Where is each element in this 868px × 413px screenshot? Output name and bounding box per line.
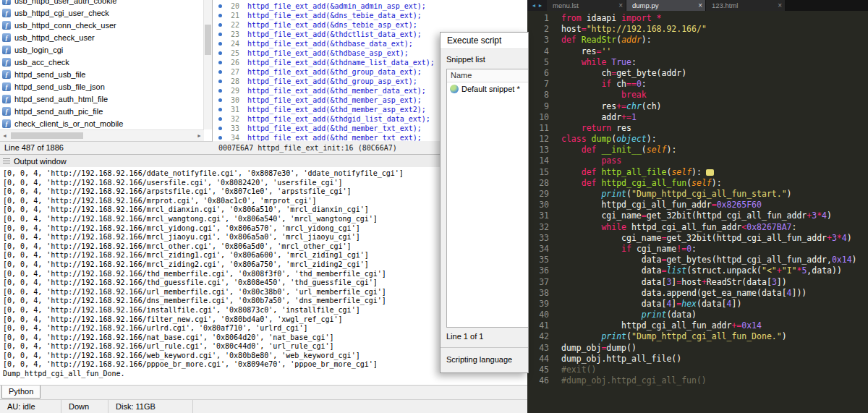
code-line[interactable]: 34 if cgi_name!=0: (527, 244, 868, 255)
code-line[interactable]: 44dump_obj.http_all_file() (527, 354, 868, 365)
breakpoint-dot-icon[interactable] (218, 80, 222, 83)
editor-tab-menu.lst[interactable]: menu.lst× (547, 0, 626, 11)
code-line[interactable]: 41 httpd_cgi_all_fun_addr+=0x14 (527, 320, 868, 331)
breakpoint-dot-icon[interactable] (218, 89, 222, 93)
code-text: while True: (561, 57, 637, 68)
code-line-number: 43 (527, 343, 549, 354)
pseudocode-line[interactable]: 21httpd_file_ext_add(&dns_tebie_data_ext… (213, 11, 527, 20)
code-line[interactable]: 29 print("Dump_httpd_cgi_all_fun_start."… (527, 189, 868, 200)
function-list-item[interactable]: fhttpd_send_usb_file (0, 68, 212, 80)
function-name: usb_httpd_user_auth_cookie (14, 0, 116, 5)
snippet-list-label: Snippet list (446, 55, 528, 64)
function-list-item[interactable]: fhttpd_send_usb_file_json (0, 80, 212, 93)
close-tab-icon[interactable]: × (618, 2, 623, 9)
tab-python[interactable]: Python (1, 386, 41, 399)
ida-window: fusb_httpd_user_auth_cookiefusb_httpd_cg… (0, 0, 527, 413)
close-tab-icon[interactable]: × (778, 2, 782, 9)
functions-vertical-scrollbar[interactable] (203, 0, 212, 129)
code-line-number: 37 (527, 277, 549, 288)
snippet-listbox: Name Default snippet * (446, 69, 529, 328)
breakpoint-dot-icon[interactable] (218, 14, 222, 17)
code-line[interactable]: 1from idaapi import * (527, 13, 868, 24)
function-list-item[interactable]: fusb_httpd_check_user (0, 31, 212, 43)
code-line[interactable]: 37 data[3]=host+ReadStr(data[3]) (527, 277, 868, 288)
code-line[interactable]: 43dump_obj=dump() (527, 343, 868, 354)
code-line[interactable]: 35 data=get_bytes(httpd_cgi_all_fun_addr… (527, 255, 868, 265)
code-line[interactable]: 13 def __init__(self): (527, 145, 868, 156)
code-text: data=list(struct.unpack("<"+"I"*5,data)) (561, 265, 842, 276)
code-text: print("Dump_httpd_cgi_all_fun_Done.") (561, 331, 787, 342)
snippet-column-header[interactable]: Name (447, 69, 529, 82)
code-line[interactable]: 9 res+=chr(ch) (527, 101, 868, 112)
tab-scroll-right-icon[interactable]: ► (538, 3, 543, 8)
snippet-item[interactable]: Default snippet * (447, 82, 529, 95)
function-name: check_client_is_or_not_mobile (14, 119, 123, 128)
breakpoint-dot-icon[interactable] (218, 42, 222, 46)
function-list-item[interactable]: fusb_acc_check (0, 56, 212, 68)
vscrollbar-thumb[interactable] (205, 25, 211, 55)
code-line[interactable]: 30 httpd_cgi_all_fun_addr=0x8265F60 (527, 200, 868, 210)
code-line[interactable]: 46#dump_obj.httpd_cgi_all_fun() (527, 375, 868, 386)
function-list-item[interactable]: fcheck_client_is_or_not_mobile (0, 117, 212, 129)
pseudocode-text: httpd_file_ext_add(&thd_group_asp_ext); (247, 77, 417, 86)
code-text: def http_all_file(self): (561, 167, 714, 178)
code-line[interactable]: 6 ch=get_byte(addr) (527, 68, 868, 79)
dialog-title[interactable]: Execute script (441, 33, 528, 49)
breakpoint-dot-icon[interactable] (218, 23, 222, 27)
function-list-item[interactable]: fusb_httpd_user_auth_cookie (0, 0, 212, 7)
code-line[interactable]: 3def ReadStr(addr): (527, 35, 868, 46)
pseudocode-line[interactable]: 22httpd_file_ext_add(&dns_tebie_asp_ext)… (213, 20, 527, 30)
function-list-item[interactable]: fhttpd_send_auth_html_file (0, 93, 212, 105)
scroll-right-icon[interactable]: ► (195, 133, 204, 138)
code-line[interactable]: 15 def http_all_file(self): (527, 167, 868, 178)
code-line[interactable]: 8 break (527, 90, 868, 101)
code-line[interactable]: 2host="http://192.168.92.166/" (527, 24, 868, 35)
code-text: httpd_cgi_all_fun_addr+=0x14 (561, 320, 762, 331)
code-line[interactable]: 45#exit() (527, 365, 868, 375)
code-line[interactable]: 12class dump(object): (527, 134, 868, 145)
breakpoint-dot-icon[interactable] (218, 98, 222, 102)
code-line[interactable]: 5 while True: (527, 57, 868, 68)
editor-code[interactable]: 1from idaapi import *2host="http://192.1… (527, 11, 868, 413)
function-list-item[interactable]: fusb_login_cgi (0, 43, 212, 56)
breakpoint-dot-icon[interactable] (218, 51, 222, 55)
function-list-item[interactable]: fhttpd_send_auth_pic_file (0, 105, 212, 117)
function-name: httpd_send_usb_file (14, 70, 85, 79)
editor-tab-dump.py[interactable]: dump.py× (626, 0, 706, 11)
tab-scroll-left-icon[interactable]: ◄ (532, 3, 537, 8)
breakpoint-dot-icon[interactable] (218, 127, 222, 130)
code-line[interactable]: 7 if ch==0: (527, 79, 868, 90)
hscrollbar-thumb[interactable] (11, 132, 83, 139)
close-tab-icon[interactable]: × (698, 2, 702, 9)
code-line[interactable]: 31 cgi_name=get_32bit(httpd_cgi_all_fun_… (527, 210, 868, 221)
code-line[interactable]: 36 data=list(struct.unpack("<"+"I"*5,dat… (527, 265, 868, 276)
breakpoint-dot-icon[interactable] (218, 61, 222, 64)
code-text: dump_obj.http_all_file() (561, 354, 681, 365)
pseudocode-line-number: 20 (226, 1, 239, 11)
code-line[interactable]: 14 pass (527, 156, 868, 166)
folded-code-icon[interactable] (706, 169, 714, 176)
code-line[interactable]: 33 cgi_name=get_32bit(httpd_cgi_all_fun_… (527, 233, 868, 244)
code-line[interactable]: 28 def httpd_cgi_all_fun(self): (527, 178, 868, 189)
code-line[interactable]: 38 data.append(get_ea_name(data[4])) (527, 288, 868, 299)
pseudocode-text: httpd_file_ext_add(&thd_member_txt_ext); (247, 133, 422, 141)
functions-horizontal-scrollbar[interactable]: ◄ ► (0, 129, 204, 141)
code-line[interactable]: 40 print(data) (527, 310, 868, 320)
code-line[interactable]: 39 data[4]=hex(data[4]) (527, 299, 868, 310)
code-line[interactable]: 11 return res (527, 123, 868, 134)
breakpoint-dot-icon[interactable] (218, 70, 222, 74)
code-line[interactable]: 10 addr+=1 (527, 112, 868, 123)
pseudocode-line[interactable]: 20httpd_file_ext_add(&admin_admin_asp_ex… (213, 1, 527, 11)
scroll-left-icon[interactable]: ◄ (0, 133, 9, 138)
code-line[interactable]: 32 while httpd_cgi_all_fun_addr<0x8267BA… (527, 222, 868, 233)
editor-tab-123.html[interactable]: 123.html× (706, 0, 786, 11)
breakpoint-dot-icon[interactable] (218, 117, 222, 121)
breakpoint-dot-icon[interactable] (218, 4, 222, 8)
breakpoint-dot-icon[interactable] (218, 136, 222, 140)
code-line[interactable]: 42 print("Dump_httpd_cgi_all_fun_Done.") (527, 331, 868, 342)
code-line[interactable]: 4 res='' (527, 46, 868, 57)
function-list-item[interactable]: fusb_httpd_conn_check_user (0, 19, 212, 31)
function-list-item[interactable]: fusb_httpd_cgi_user_check (0, 7, 212, 19)
breakpoint-dot-icon[interactable] (218, 108, 222, 111)
breakpoint-dot-icon[interactable] (218, 33, 222, 36)
